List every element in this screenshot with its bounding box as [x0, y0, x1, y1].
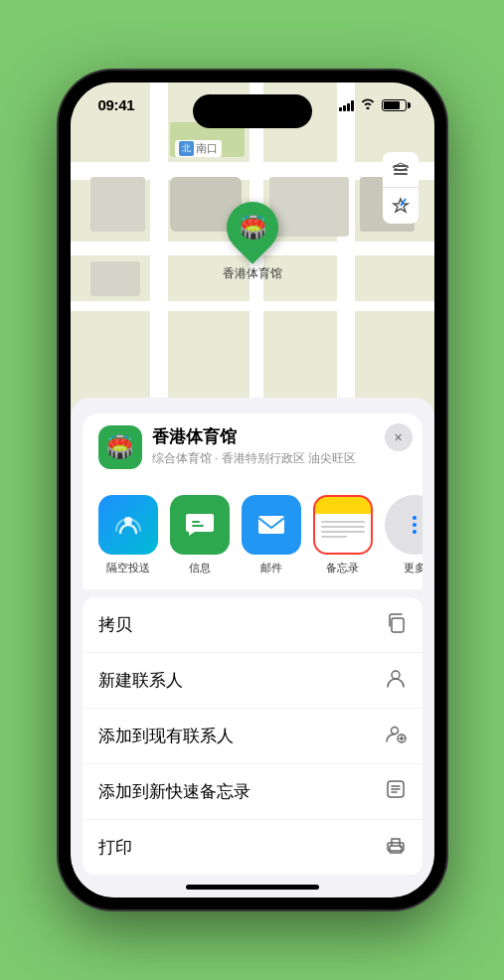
action-list: 拷贝 新建联系人	[83, 597, 422, 875]
share-item-airdrop[interactable]: 隔空投送	[98, 495, 158, 575]
more-icon	[385, 495, 422, 555]
phone-screen: 09:41	[71, 82, 434, 898]
print-label: 打印	[98, 836, 132, 859]
venue-info: 香港体育馆 综合体育馆 · 香港特别行政区 油尖旺区	[152, 413, 407, 467]
share-item-messages[interactable]: 信息	[170, 495, 230, 575]
mail-icon	[242, 495, 301, 555]
location-button[interactable]	[383, 188, 419, 224]
copy-icon	[385, 611, 407, 638]
airdrop-label: 隔空投送	[106, 561, 150, 575]
more-dots-icon	[413, 516, 417, 534]
action-row-print[interactable]: 打印	[83, 820, 422, 875]
action-row-new-contact[interactable]: 新建联系人	[83, 653, 422, 709]
venue-subtitle: 综合体育馆 · 香港特别行政区 油尖旺区	[152, 450, 407, 467]
home-indicator	[186, 885, 319, 890]
marker-pin: 🏟️	[216, 191, 289, 264]
signal-bars-icon	[339, 99, 354, 111]
map-area[interactable]: 北 南口	[71, 82, 434, 398]
svg-point-12	[400, 846, 402, 848]
map-background: 北 南口	[71, 82, 434, 398]
svg-rect-2	[394, 173, 408, 175]
notes-label: 备忘录	[326, 561, 359, 575]
bottom-sheet: 🏟️ 香港体育馆 综合体育馆 · 香港特别行政区 油尖旺区 ×	[71, 398, 434, 898]
action-row-add-to-notes[interactable]: 添加到新快速备忘录	[83, 764, 422, 820]
add-to-contact-icon	[385, 723, 407, 749]
share-item-notes[interactable]: 备忘录	[313, 495, 373, 575]
map-north-tag: 北	[179, 141, 194, 156]
notes-icon	[313, 495, 373, 555]
dynamic-island	[193, 94, 312, 128]
map-layers-button[interactable]	[383, 152, 419, 188]
svg-point-6	[392, 671, 400, 679]
venue-header: 🏟️ 香港体育馆 综合体育馆 · 香港特别行政区 油尖旺区 ×	[83, 413, 422, 481]
marker-label: 香港体育馆	[223, 265, 282, 282]
svg-rect-5	[392, 618, 404, 632]
venue-name: 香港体育馆	[152, 425, 407, 448]
add-to-contact-label: 添加到现有联系人	[98, 725, 234, 747]
status-time: 09:41	[98, 96, 135, 113]
mail-label: 邮件	[260, 561, 282, 575]
share-item-more[interactable]: 更多	[385, 495, 422, 575]
status-icons	[339, 97, 407, 112]
print-icon	[385, 834, 407, 861]
add-to-notes-label: 添加到新快速备忘录	[98, 780, 251, 803]
new-contact-icon	[385, 667, 407, 694]
phone-frame: 09:41	[59, 71, 446, 909]
map-north-label: 北 南口	[175, 140, 222, 157]
marker-pin-icon: 🏟️	[239, 215, 265, 241]
venue-icon: 🏟️	[98, 425, 142, 469]
svg-rect-4	[258, 516, 284, 534]
close-button[interactable]: ×	[385, 423, 413, 451]
share-item-mail[interactable]: 邮件	[242, 495, 301, 575]
new-contact-label: 新建联系人	[98, 669, 183, 692]
add-to-notes-icon	[385, 778, 407, 805]
stadium-marker: 🏟️ 香港体育馆	[223, 202, 282, 282]
copy-label: 拷贝	[98, 613, 132, 636]
messages-icon	[170, 495, 230, 555]
svg-point-7	[391, 728, 398, 735]
messages-label: 信息	[189, 561, 211, 575]
wifi-icon	[360, 97, 376, 112]
action-row-copy[interactable]: 拷贝	[83, 597, 422, 653]
more-label: 更多	[404, 561, 422, 575]
share-row: 隔空投送 信息	[83, 481, 422, 589]
battery-icon	[382, 99, 407, 111]
notes-lines	[315, 517, 371, 553]
action-row-add-to-contact[interactable]: 添加到现有联系人	[83, 709, 422, 764]
airdrop-icon	[98, 495, 158, 555]
map-controls	[383, 152, 419, 224]
